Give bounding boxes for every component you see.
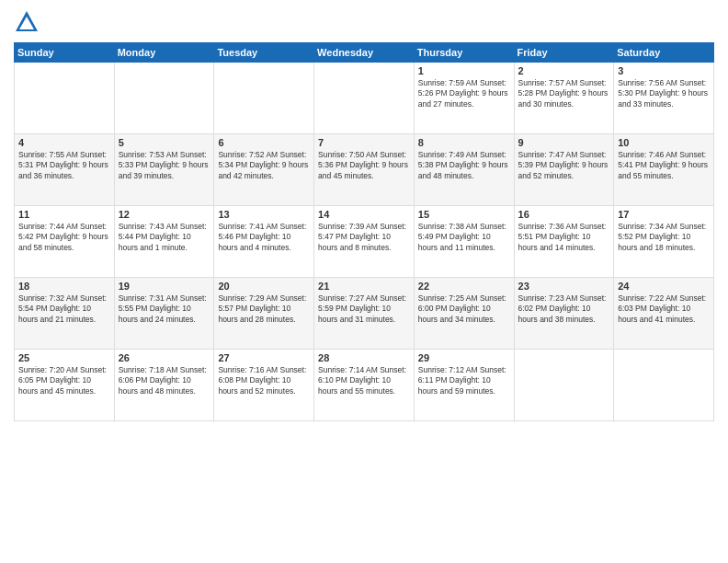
day-number: 9: [518, 137, 610, 148]
calendar-cell: 2Sunrise: 7:57 AM Sunset: 5:28 PM Daylig…: [514, 63, 614, 134]
calendar-cell: 3Sunrise: 7:56 AM Sunset: 5:30 PM Daylig…: [614, 63, 714, 134]
calendar-cell: 10Sunrise: 7:46 AM Sunset: 5:41 PM Dayli…: [614, 134, 714, 206]
calendar-cell: 7Sunrise: 7:50 AM Sunset: 5:36 PM Daylig…: [314, 134, 415, 206]
calendar-day-header: Friday: [514, 43, 614, 63]
calendar-cell: 13Sunrise: 7:41 AM Sunset: 5:46 PM Dayli…: [214, 206, 314, 278]
day-info: Sunrise: 7:47 AM Sunset: 5:39 PM Dayligh…: [518, 150, 610, 181]
calendar-cell: 26Sunrise: 7:18 AM Sunset: 6:06 PM Dayli…: [114, 350, 214, 421]
day-number: 12: [119, 209, 210, 220]
page: SundayMondayTuesdayWednesdayThursdayFrid…: [0, 0, 728, 563]
day-number: 18: [18, 281, 110, 292]
day-info: Sunrise: 7:12 AM Sunset: 6:11 PM Dayligh…: [418, 365, 510, 396]
calendar-cell: 6Sunrise: 7:52 AM Sunset: 5:34 PM Daylig…: [214, 134, 314, 206]
day-info: Sunrise: 7:57 AM Sunset: 5:28 PM Dayligh…: [518, 78, 610, 109]
calendar-cell: [614, 350, 714, 421]
day-number: 24: [618, 281, 710, 292]
calendar-cell: 23Sunrise: 7:23 AM Sunset: 6:02 PM Dayli…: [514, 278, 614, 350]
calendar-cell: 27Sunrise: 7:16 AM Sunset: 6:08 PM Dayli…: [214, 350, 314, 421]
day-info: Sunrise: 7:23 AM Sunset: 6:02 PM Dayligh…: [518, 293, 610, 325]
calendar-cell: 29Sunrise: 7:12 AM Sunset: 6:11 PM Dayli…: [414, 350, 514, 421]
day-number: 23: [518, 281, 610, 292]
calendar-cell: 1Sunrise: 7:59 AM Sunset: 5:26 PM Daylig…: [414, 63, 514, 134]
day-info: Sunrise: 7:20 AM Sunset: 6:05 PM Dayligh…: [18, 365, 110, 396]
calendar-week-row: 4Sunrise: 7:55 AM Sunset: 5:31 PM Daylig…: [15, 134, 714, 206]
calendar-cell: 18Sunrise: 7:32 AM Sunset: 5:54 PM Dayli…: [15, 278, 115, 350]
day-number: 7: [318, 137, 410, 148]
calendar-cell: 19Sunrise: 7:31 AM Sunset: 5:55 PM Dayli…: [114, 278, 214, 350]
day-number: 29: [418, 352, 510, 363]
day-number: 5: [119, 137, 210, 148]
day-info: Sunrise: 7:41 AM Sunset: 5:46 PM Dayligh…: [218, 222, 310, 253]
day-number: 14: [318, 209, 410, 220]
calendar-cell: [514, 350, 614, 421]
day-info: Sunrise: 7:34 AM Sunset: 5:52 PM Dayligh…: [618, 222, 710, 253]
day-number: 10: [618, 137, 710, 148]
calendar-cell: 22Sunrise: 7:25 AM Sunset: 6:00 PM Dayli…: [414, 278, 514, 350]
calendar-day-header: Thursday: [414, 43, 514, 63]
day-info: Sunrise: 7:31 AM Sunset: 5:55 PM Dayligh…: [119, 293, 210, 325]
calendar-cell: [214, 63, 314, 134]
calendar-cell: 25Sunrise: 7:20 AM Sunset: 6:05 PM Dayli…: [15, 350, 115, 421]
header: [14, 9, 714, 35]
day-info: Sunrise: 7:52 AM Sunset: 5:34 PM Dayligh…: [218, 150, 310, 181]
day-number: 8: [418, 137, 510, 148]
day-info: Sunrise: 7:36 AM Sunset: 5:51 PM Dayligh…: [518, 222, 610, 253]
calendar-cell: 4Sunrise: 7:55 AM Sunset: 5:31 PM Daylig…: [15, 134, 115, 206]
calendar-week-row: 18Sunrise: 7:32 AM Sunset: 5:54 PM Dayli…: [15, 278, 714, 350]
calendar-cell: 21Sunrise: 7:27 AM Sunset: 5:59 PM Dayli…: [314, 278, 415, 350]
day-info: Sunrise: 7:39 AM Sunset: 5:47 PM Dayligh…: [318, 222, 410, 253]
day-number: 22: [418, 281, 510, 292]
calendar-cell: 8Sunrise: 7:49 AM Sunset: 5:38 PM Daylig…: [414, 134, 514, 206]
day-number: 2: [518, 65, 610, 76]
day-info: Sunrise: 7:25 AM Sunset: 6:00 PM Dayligh…: [418, 293, 510, 325]
calendar-cell: 15Sunrise: 7:38 AM Sunset: 5:49 PM Dayli…: [414, 206, 514, 278]
day-number: 27: [218, 352, 310, 363]
day-info: Sunrise: 7:22 AM Sunset: 6:03 PM Dayligh…: [618, 293, 710, 325]
calendar-day-header: Saturday: [614, 43, 714, 63]
day-number: 17: [618, 209, 710, 220]
day-info: Sunrise: 7:56 AM Sunset: 5:30 PM Dayligh…: [618, 78, 710, 109]
day-info: Sunrise: 7:14 AM Sunset: 6:10 PM Dayligh…: [318, 365, 410, 396]
calendar-cell: 14Sunrise: 7:39 AM Sunset: 5:47 PM Dayli…: [314, 206, 415, 278]
day-info: Sunrise: 7:55 AM Sunset: 5:31 PM Dayligh…: [18, 150, 110, 181]
day-info: Sunrise: 7:27 AM Sunset: 5:59 PM Dayligh…: [318, 293, 410, 325]
day-info: Sunrise: 7:32 AM Sunset: 5:54 PM Dayligh…: [18, 293, 110, 325]
day-info: Sunrise: 7:18 AM Sunset: 6:06 PM Dayligh…: [119, 365, 210, 396]
calendar-table: SundayMondayTuesdayWednesdayThursdayFrid…: [14, 42, 714, 421]
calendar-cell: [314, 63, 415, 134]
day-info: Sunrise: 7:16 AM Sunset: 6:08 PM Dayligh…: [218, 365, 310, 396]
day-number: 3: [618, 65, 710, 76]
calendar-cell: 12Sunrise: 7:43 AM Sunset: 5:44 PM Dayli…: [114, 206, 214, 278]
day-number: 21: [318, 281, 410, 292]
calendar-cell: 5Sunrise: 7:53 AM Sunset: 5:33 PM Daylig…: [114, 134, 214, 206]
calendar-cell: 24Sunrise: 7:22 AM Sunset: 6:03 PM Dayli…: [614, 278, 714, 350]
day-number: 13: [218, 209, 310, 220]
day-number: 16: [518, 209, 610, 220]
day-number: 15: [418, 209, 510, 220]
calendar-cell: 17Sunrise: 7:34 AM Sunset: 5:52 PM Dayli…: [614, 206, 714, 278]
day-number: 19: [119, 281, 210, 292]
day-number: 20: [218, 281, 310, 292]
day-info: Sunrise: 7:43 AM Sunset: 5:44 PM Dayligh…: [119, 222, 210, 253]
day-number: 26: [119, 352, 210, 363]
day-number: 25: [18, 352, 110, 363]
logo: [14, 9, 43, 35]
calendar-header-row: SundayMondayTuesdayWednesdayThursdayFrid…: [15, 43, 714, 63]
calendar-cell: [114, 63, 214, 134]
day-number: 1: [418, 65, 510, 76]
day-number: 28: [318, 352, 410, 363]
day-info: Sunrise: 7:29 AM Sunset: 5:57 PM Dayligh…: [218, 293, 310, 325]
day-number: 4: [18, 137, 110, 148]
calendar-cell: 20Sunrise: 7:29 AM Sunset: 5:57 PM Dayli…: [214, 278, 314, 350]
calendar-day-header: Sunday: [15, 43, 115, 63]
logo-icon: [14, 9, 40, 35]
calendar-day-header: Monday: [114, 43, 214, 63]
day-info: Sunrise: 7:46 AM Sunset: 5:41 PM Dayligh…: [618, 150, 710, 181]
calendar-week-row: 25Sunrise: 7:20 AM Sunset: 6:05 PM Dayli…: [15, 350, 714, 421]
calendar-week-row: 11Sunrise: 7:44 AM Sunset: 5:42 PM Dayli…: [15, 206, 714, 278]
day-info: Sunrise: 7:50 AM Sunset: 5:36 PM Dayligh…: [318, 150, 410, 181]
day-info: Sunrise: 7:59 AM Sunset: 5:26 PM Dayligh…: [418, 78, 510, 109]
day-number: 11: [18, 209, 110, 220]
day-info: Sunrise: 7:44 AM Sunset: 5:42 PM Dayligh…: [18, 222, 110, 253]
calendar-cell: 9Sunrise: 7:47 AM Sunset: 5:39 PM Daylig…: [514, 134, 614, 206]
